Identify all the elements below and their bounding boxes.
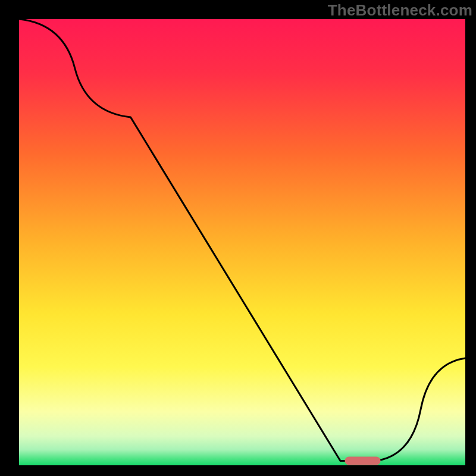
chart-svg	[0, 0, 476, 476]
optimal-marker	[345, 457, 381, 465]
chart-frame: TheBottleneck.com	[0, 0, 476, 476]
plot-background	[19, 19, 465, 465]
watermark-label: TheBottleneck.com	[328, 1, 472, 20]
